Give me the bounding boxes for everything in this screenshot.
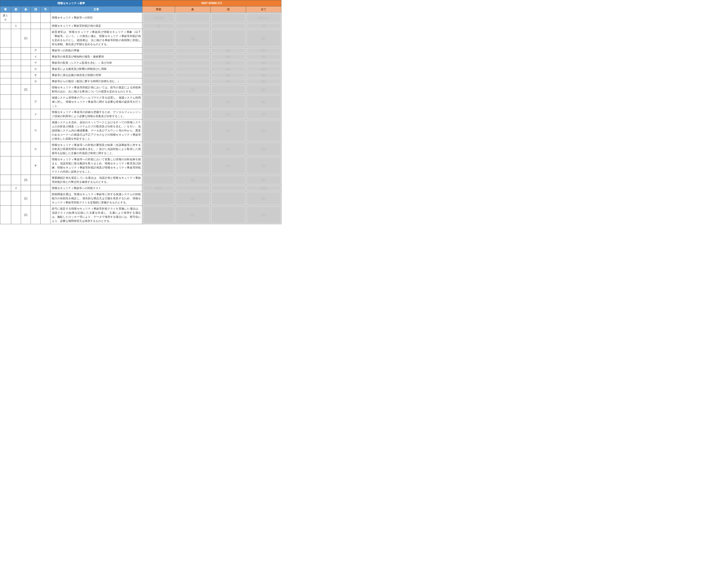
cell-sho	[0, 29, 11, 47]
cell-nist-n1: x.x x.x x.x	[142, 13, 175, 23]
table-row: ウ事故等の監視（システム監視を含む。）及び分析xx.xxx.x	[0, 60, 281, 66]
cell-sho	[0, 185, 11, 191]
cell-nist-n4: x.x x.x x.x	[246, 13, 281, 23]
cell-nist-n1: x.x	[142, 23, 175, 29]
cell-nist-n2	[175, 72, 210, 78]
cell-jo	[21, 119, 31, 142]
cell-jo: (2)	[21, 206, 31, 224]
cell-kou: カ	[31, 78, 40, 84]
cell-nist-n2: xx.x	[175, 29, 210, 47]
cell-nist-n4: xx.x	[246, 191, 281, 206]
cell-nist-n1	[142, 175, 175, 185]
cell-bunsho: 情報セキュリティ事故等の詳細を把握するため、デジタルフォレンジック技術の利用等に…	[50, 109, 142, 119]
cell-sho	[0, 191, 11, 206]
cell-gou	[40, 84, 50, 95]
cell-gou	[40, 206, 50, 224]
cell-bunsho: 防衛関連企業は、情報セキュリティ事故等に対する保護システムの対処能力の有効性を検…	[50, 191, 142, 206]
col-header-setsu: 節	[11, 6, 21, 13]
cell-kou	[31, 206, 40, 224]
cell-nist-n2: xx.x	[175, 84, 210, 95]
cell-sho	[0, 156, 11, 175]
col-header-nist-subete: 全て	[246, 6, 281, 13]
cell-nist-n3: xx.x	[210, 142, 246, 156]
cell-sho	[0, 84, 11, 95]
cell-nist-n2	[175, 185, 210, 191]
cell-jo	[21, 60, 31, 66]
cell-setsu	[11, 78, 21, 84]
cell-gou	[40, 23, 50, 29]
cell-nist-n1	[142, 206, 175, 224]
cell-jo	[21, 156, 31, 175]
col-header-nist-jo: 条	[175, 6, 210, 13]
table-row: イ事故等の発見及び検知時の報告・連絡要領xx.xxx.x	[0, 54, 281, 60]
cell-bunsho: 経営者等は、情報セキュリティ事故及び情報セキュリティ事象（以下「事故等」という。…	[50, 29, 142, 47]
cell-kou	[31, 175, 40, 185]
cell-nist-n4: xx.x	[246, 47, 281, 54]
header-info-sec-standard: 情報セキュリティ基準	[0, 0, 142, 6]
cell-nist-n2: xx.x	[175, 191, 210, 206]
cell-setsu	[11, 191, 21, 206]
cell-nist-n1	[142, 72, 175, 78]
cell-nist-n3	[210, 185, 246, 191]
cell-bunsho: 事故等に係る証拠の保存及び原因の究明	[50, 72, 142, 78]
cell-nist-n4: xx.x	[246, 206, 281, 224]
cell-jo	[21, 78, 31, 84]
cell-sho	[0, 206, 11, 224]
cell-sho	[0, 66, 11, 72]
cell-bunsho: 情報セキュリティ事故等への対応	[50, 13, 142, 23]
cell-kou: ア	[31, 47, 40, 54]
cell-kou	[31, 191, 40, 206]
cell-gou	[40, 191, 50, 206]
cell-gou	[40, 47, 50, 54]
table-row: ２情報セキュリティ事故等への対処テストx.x x.xx.x x.x	[0, 185, 281, 191]
cell-nist-n1	[142, 54, 175, 60]
cell-sho	[0, 109, 11, 119]
cell-nist-n2: xx.x	[175, 175, 210, 185]
cell-nist-n2	[175, 78, 210, 84]
cell-setsu	[11, 95, 21, 109]
cell-kou: イ	[31, 54, 40, 60]
table-row: (1)防衛関連企業は、情報セキュリティ事故等に対する保護システムの対処能力の有効…	[0, 191, 281, 206]
cell-bunsho: 事故等への対処の準備	[50, 47, 142, 54]
cell-setsu	[11, 156, 21, 175]
cell-sho	[0, 142, 11, 156]
cell-nist-n1	[142, 84, 175, 95]
cell-kou: イ	[31, 109, 40, 119]
cell-bunsho: 事故等からの復旧（復旧に要する時間の目標を含む。）	[50, 78, 142, 84]
cell-kou	[31, 185, 40, 191]
cell-jo: (2)	[21, 84, 31, 95]
cell-sho	[0, 175, 11, 185]
cell-jo	[21, 23, 31, 29]
cell-gou	[40, 119, 50, 142]
cell-nist-n3: xx.x	[210, 109, 246, 119]
cell-bunsho: 事業継続計画を策定している場合は、当該計画と情報セキュリティ事故等対処計画との整…	[50, 175, 142, 185]
cell-gou	[40, 78, 50, 84]
cell-nist-n3: xx.x	[210, 47, 246, 54]
cell-bunsho: 事故等の監視（システム監視を含む。）及び分析	[50, 60, 142, 66]
cell-nist-n1	[142, 156, 175, 175]
table-row: (1)経営者等は、情報セキュリティ事故及び情報セキュリティ事象（以下「事故等」と…	[0, 29, 281, 47]
mapping-table: 情報セキュリティ基準 NIST SP800-171 章 節 条 項 号 文章 章…	[0, 0, 281, 224]
table-row: イ情報セキュリティ事故等の詳細を把握するため、デジタルフォレンジック技術の利用等…	[0, 109, 281, 119]
cell-setsu	[11, 175, 21, 185]
cell-nist-n4: x.x x.x	[246, 185, 281, 191]
cell-setsu	[11, 84, 21, 95]
cell-bunsho: 事故等の発見及び検知時の報告・連絡要領	[50, 54, 142, 60]
cell-jo	[21, 109, 31, 119]
cell-bunsho: 保護システムを含め、自社のネットワークにおけるすべての情報システムの分析及び精査…	[50, 119, 142, 142]
cell-sho	[0, 78, 11, 84]
table-row: ア事故等への対処の準備xx.xxx.x	[0, 47, 281, 54]
cell-sho	[0, 54, 11, 60]
cell-nist-n4: xx.x	[246, 95, 281, 109]
cell-nist-n2	[175, 156, 210, 175]
cell-nist-n4: xx.x	[246, 66, 281, 72]
cell-nist-n1	[142, 142, 175, 156]
cell-setsu	[11, 119, 21, 142]
col-header-nist-shosetsu: 章節	[142, 6, 175, 13]
cell-gou	[40, 156, 50, 175]
cell-gou	[40, 95, 50, 109]
col-header-bunsho: 文章	[50, 6, 142, 13]
cell-sho	[0, 60, 11, 66]
cell-nist-n3	[210, 29, 246, 47]
col-header-sho: 章	[0, 6, 11, 13]
